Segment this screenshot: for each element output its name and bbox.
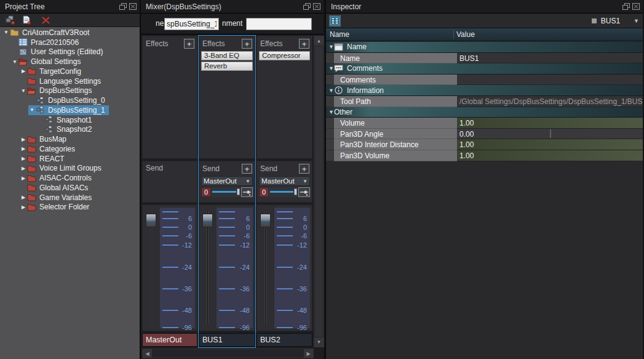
inspector-group-name[interactable]: ▼Name [326, 42, 643, 53]
expander-closed-icon[interactable]: ▶ [20, 175, 27, 181]
tree-item-label: TargetConfig [39, 67, 81, 76]
tree-item-snapshot2[interactable]: Snapshot2 [0, 125, 140, 135]
tree-item-voice-limit-groups[interactable]: ▶Voice Limit Groups [0, 164, 140, 174]
close-icon[interactable] [632, 2, 640, 10]
expander-open-icon[interactable]: ▼ [20, 88, 27, 94]
tree-item-dspbussetting-1[interactable]: ▼DspBusSetting_1 [0, 105, 140, 115]
bus-name-plate[interactable]: BUS1 [199, 333, 255, 347]
scroll-right-icon[interactable]: ▶ [304, 349, 313, 358]
tree-item-content: ▶Game Variables [20, 193, 95, 203]
float-icon[interactable] [303, 2, 311, 10]
add-effect-button[interactable]: + [184, 39, 194, 49]
expander-open-icon[interactable]: ▼ [326, 87, 334, 94]
expander-open-icon[interactable]: ▼ [2, 30, 10, 35]
send-level-slider[interactable] [269, 187, 298, 197]
send-target-dropdown[interactable]: MasterOut▼ [201, 176, 253, 186]
tree-item-global-settings[interactable]: ▼Global Settings [0, 57, 140, 67]
mixer-horizontal-scrollbar[interactable]: ◀ ▶ [142, 349, 314, 358]
tree-item-label: Language Settings [39, 77, 101, 86]
mixer-vertical-scrollbar[interactable]: ▲ ▼ [314, 36, 324, 347]
fader-scale: 60-6-12-24-36-48-96 [217, 208, 253, 328]
property-value-pan3d-volume[interactable]: 1.00 [457, 150, 643, 161]
slider-handle[interactable] [294, 188, 297, 195]
expander-open-icon[interactable]: ▼ [326, 44, 334, 50]
tree-item-prac20210506[interactable]: Prac20210506 [0, 38, 140, 47]
expander-closed-icon[interactable]: ▶ [20, 146, 27, 151]
effect-item-reverb[interactable]: Reverb [201, 62, 253, 71]
property-value-pan3d-angle[interactable]: 0.00 [457, 129, 643, 140]
volume-fader[interactable] [145, 209, 156, 326]
inspector-group-other[interactable]: ▼Other [326, 107, 643, 118]
add-effect-button[interactable]: + [242, 39, 252, 49]
tree-item-game-variables[interactable]: ▶Game Variables [0, 193, 140, 203]
expander-open-icon[interactable]: ▼ [326, 109, 334, 115]
expander-closed-icon[interactable]: ▶ [20, 156, 27, 161]
effect-item-3-band-eq[interactable]: 3-Band EQ [201, 51, 253, 60]
mixer-strip-masterout[interactable]: Effects+Send60-6-12-24-36-48-96MasterOut [142, 36, 197, 347]
inspector-group-comments[interactable]: ▼Comments [326, 63, 643, 75]
fader-knob[interactable] [146, 214, 156, 227]
tree-item-snapshot1[interactable]: Snapshot1 [0, 115, 140, 125]
tree-item-dspbussettings[interactable]: ▼DspBusSettings [0, 86, 140, 96]
add-effect-button[interactable]: + [299, 39, 309, 49]
slider-handle[interactable] [237, 188, 240, 195]
float-icon[interactable] [119, 2, 127, 10]
volume-fader[interactable] [202, 209, 213, 326]
automation-icon[interactable] [298, 187, 310, 197]
property-value-name[interactable]: BUS1 [457, 53, 643, 64]
property-value-tool-path[interactable]: /Global Settings/DspBusSettings/DspBusSe… [457, 96, 643, 107]
tree-item-selector-folder[interactable]: ▶Selector Folder [0, 203, 140, 212]
expander-open-icon[interactable]: ▼ [28, 107, 36, 113]
property-value-pan3d-interior-distance[interactable]: 1.00 [457, 139, 643, 150]
automation-icon[interactable] [241, 187, 253, 197]
scroll-up-icon[interactable]: ▲ [314, 36, 324, 46]
tree-item-aisac-controls[interactable]: ▶AISAC-Controls [0, 173, 140, 183]
property-list-icon[interactable] [329, 15, 341, 26]
expander-closed-icon[interactable]: ▶ [20, 68, 27, 74]
expander-closed-icon[interactable]: ▶ [20, 195, 27, 200]
expander-open-icon[interactable]: ▼ [326, 65, 334, 71]
mixer-strip-bus1[interactable]: Effects+3-Band EQReverbSend+MasterOut▼06… [199, 36, 255, 347]
tree-item-label: Selector Folder [39, 203, 89, 211]
tree-item-busmap[interactable]: ▶BusMap [0, 134, 140, 144]
add-bus-icon[interactable] [6, 15, 16, 25]
close-icon[interactable] [129, 2, 137, 10]
fader-knob[interactable] [202, 214, 213, 227]
volume-fader[interactable] [260, 209, 271, 326]
tree-item-targetconfig[interactable]: ▶TargetConfig [0, 67, 140, 76]
add-send-button[interactable]: + [242, 164, 252, 174]
send-level-slider[interactable] [211, 187, 241, 197]
scroll-left-icon[interactable]: ◀ [143, 349, 152, 358]
expander-closed-icon[interactable]: ▶ [20, 204, 27, 210]
add-send-button[interactable]: + [299, 164, 309, 174]
property-value-volume[interactable]: 1.00 [457, 118, 643, 129]
scrollbar-thumb[interactable] [315, 46, 323, 337]
effect-item-compressor[interactable]: Compressor [259, 51, 310, 60]
expander-closed-icon[interactable]: ▶ [20, 166, 27, 171]
mixer-name-input[interactable] [164, 18, 219, 30]
scroll-down-icon[interactable]: ▼ [314, 337, 324, 347]
bus-square-icon [592, 18, 597, 23]
fader-knob[interactable] [260, 214, 271, 227]
mixer-comment-input[interactable] [246, 18, 312, 30]
expander-closed-icon[interactable]: ▶ [20, 137, 27, 142]
float-icon[interactable] [622, 2, 630, 10]
mixer-strip-bus2[interactable]: Effects+CompressorSend+MasterOut▼060-6-1… [256, 36, 312, 347]
tree-item-global-aisacs[interactable]: Global AISACs [0, 183, 140, 193]
tree-item-criatomcraftv3root[interactable]: ▼CriAtomCraftV3Root [0, 28, 140, 38]
add-snapshot-icon[interactable] [22, 15, 32, 25]
tree-item-language-settings[interactable]: Language Settings [0, 76, 140, 86]
inspector-target-selector[interactable]: BUS1 ▼ [592, 14, 639, 28]
tree-item-categories[interactable]: ▶Categories [0, 144, 140, 154]
tree-item-user-settings-edited[interactable]: User Settings (Edited) [0, 47, 140, 57]
delete-icon[interactable] [41, 15, 51, 25]
bus-name-plate[interactable]: MasterOut [142, 333, 197, 347]
expander-open-icon[interactable]: ▼ [11, 59, 18, 65]
tree-item-dspbussetting-0[interactable]: DspBusSetting_0 [0, 95, 140, 105]
inspector-group-information[interactable]: ▼Information [326, 85, 643, 96]
tree-item-react[interactable]: ▶REACT [0, 154, 140, 164]
send-target-dropdown[interactable]: MasterOut▼ [259, 176, 310, 186]
close-icon[interactable] [312, 2, 321, 10]
property-value-comments[interactable] [457, 75, 643, 86]
bus-name-plate[interactable]: BUS2 [256, 333, 312, 347]
